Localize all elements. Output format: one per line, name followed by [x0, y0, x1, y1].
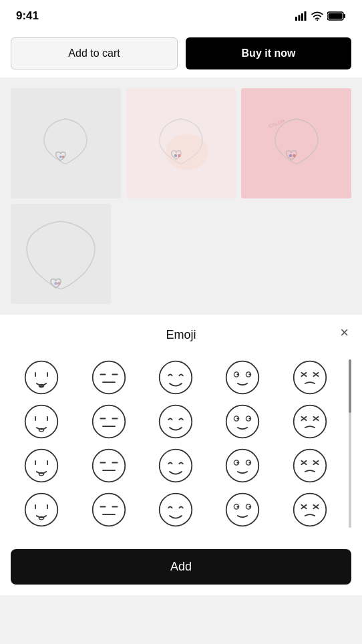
- product-image-3: CALOR: [241, 88, 351, 198]
- status-time: 9:41: [16, 9, 39, 23]
- emoji-cell[interactable]: [11, 404, 72, 440]
- svg-text:CALOR: CALOR: [268, 118, 285, 130]
- emoji-title: Emoji: [166, 328, 196, 342]
- emoji-section: Emoji ×: [0, 315, 362, 538]
- product-image-2: [126, 88, 236, 198]
- svg-point-28: [160, 361, 192, 393]
- product-image-4: [11, 204, 111, 304]
- emoji-cell[interactable]: [77, 448, 139, 484]
- add-button-bar: Add: [0, 538, 362, 595]
- svg-point-10: [166, 134, 208, 170]
- emoji-close-button[interactable]: ×: [340, 325, 349, 340]
- svg-point-48: [226, 405, 259, 438]
- svg-point-90: [249, 506, 251, 508]
- status-bar: 9:41: [0, 0, 362, 29]
- svg-point-86: [226, 493, 259, 526]
- svg-point-11: [174, 154, 178, 158]
- necklace-svg-2: [151, 110, 211, 176]
- svg-point-16: [54, 282, 57, 285]
- svg-point-18: [25, 361, 58, 393]
- svg-point-8: [59, 156, 62, 158]
- status-icons: [295, 11, 346, 21]
- emoji-cell[interactable]: [212, 404, 273, 440]
- emoji-scrollbar: [349, 359, 351, 528]
- svg-point-66: [160, 449, 192, 482]
- buy-it-now-button[interactable]: Buy it now: [186, 37, 351, 69]
- svg-point-34: [293, 361, 326, 393]
- emoji-cell[interactable]: [145, 448, 206, 484]
- svg-point-17: [57, 282, 61, 285]
- svg-rect-3: [305, 11, 307, 21]
- emoji-scrollbar-thumb: [349, 359, 351, 413]
- emoji-cell[interactable]: [11, 448, 72, 484]
- emoji-cell[interactable]: [145, 359, 206, 395]
- svg-rect-2: [301, 13, 303, 21]
- emoji-cell[interactable]: [279, 492, 341, 528]
- svg-point-62: [92, 449, 125, 482]
- emoji-header: Emoji ×: [0, 315, 362, 349]
- svg-point-58: [25, 449, 58, 482]
- emoji-cell[interactable]: [279, 404, 341, 440]
- battery-icon: [327, 11, 346, 21]
- emoji-cell[interactable]: [145, 492, 206, 528]
- svg-rect-1: [299, 15, 301, 21]
- svg-point-14: [289, 154, 292, 158]
- add-to-cart-button[interactable]: Add to cart: [11, 37, 178, 69]
- svg-point-43: [92, 405, 125, 438]
- svg-point-4: [317, 19, 318, 21]
- svg-point-70: [237, 462, 239, 464]
- necklace-svg-1: [35, 110, 96, 176]
- emoji-cell[interactable]: [279, 448, 341, 484]
- svg-rect-7: [329, 13, 343, 19]
- emoji-cell[interactable]: [279, 359, 341, 395]
- svg-point-9: [62, 156, 65, 158]
- svg-point-52: [249, 418, 251, 420]
- svg-point-24: [92, 361, 125, 393]
- svg-point-15: [293, 154, 296, 158]
- svg-point-91: [293, 493, 326, 526]
- svg-point-89: [237, 506, 239, 508]
- emoji-cell[interactable]: [212, 492, 273, 528]
- svg-point-85: [160, 493, 192, 526]
- emoji-grid-wrapper: [0, 349, 362, 538]
- emoji-grid: [11, 359, 346, 528]
- emoji-cell[interactable]: [145, 404, 206, 440]
- svg-point-51: [237, 418, 239, 420]
- svg-point-32: [237, 373, 239, 375]
- emoji-cell[interactable]: [212, 448, 273, 484]
- svg-point-33: [249, 373, 251, 375]
- svg-point-53: [293, 405, 326, 438]
- svg-point-12: [178, 154, 181, 158]
- svg-rect-0: [295, 17, 297, 21]
- svg-point-71: [249, 462, 251, 464]
- emoji-cell[interactable]: [77, 404, 139, 440]
- emoji-cell[interactable]: [77, 359, 139, 395]
- signal-icon: [295, 11, 307, 21]
- svg-point-67: [226, 449, 259, 482]
- svg-point-81: [92, 493, 125, 526]
- necklace-svg-3: CALOR: [266, 110, 327, 176]
- emoji-cell[interactable]: [212, 359, 273, 395]
- wifi-icon: [311, 11, 323, 21]
- svg-point-77: [25, 493, 58, 526]
- action-buttons: Add to cart Buy it now: [0, 29, 362, 77]
- svg-point-29: [226, 361, 259, 393]
- necklace-svg-4: [11, 207, 111, 301]
- product-images: CALOR: [0, 77, 362, 315]
- svg-point-72: [293, 449, 326, 482]
- emoji-cell[interactable]: [11, 359, 72, 395]
- add-button[interactable]: Add: [11, 549, 351, 585]
- emoji-cell[interactable]: [11, 492, 72, 528]
- svg-rect-6: [344, 14, 346, 18]
- product-image-1: [11, 88, 121, 198]
- svg-point-39: [25, 405, 58, 438]
- svg-point-47: [160, 405, 192, 438]
- emoji-cell[interactable]: [77, 492, 139, 528]
